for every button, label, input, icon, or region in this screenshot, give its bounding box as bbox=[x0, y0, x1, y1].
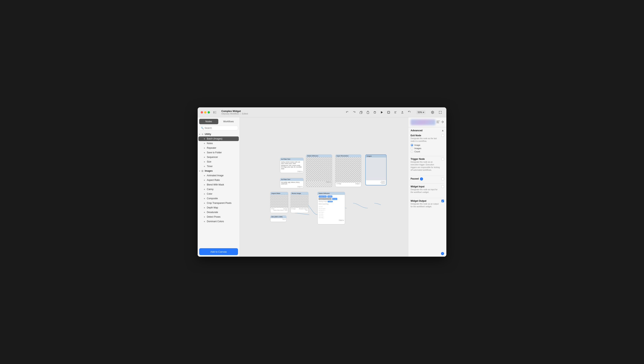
resize-image-node[interactable]: Resize Image ● Image Resized Image ● Siz… bbox=[290, 192, 308, 213]
exit-node-checkbox[interactable] bbox=[442, 134, 444, 137]
sidebar-item-repeater[interactable]: ◈ Repeater bbox=[198, 146, 239, 150]
radio-images-label: Images bbox=[414, 147, 421, 150]
sidebar-item-notes[interactable]: ◈ Notes bbox=[198, 141, 239, 146]
sidebar-item-animated-image[interactable]: ◈ Animated Image bbox=[198, 173, 239, 178]
sidebar-item-canny[interactable]: ◈ Canny bbox=[198, 187, 239, 192]
sidebar-item-aspect-ratio[interactable]: ◈ Aspect Ratio bbox=[198, 178, 239, 182]
tab-workflows[interactable]: Workflows bbox=[219, 119, 238, 124]
sidebar-item-blend-with-mask[interactable]: ◈ Blend With Mask bbox=[198, 182, 239, 187]
utility-icon: ⚙ bbox=[201, 132, 204, 136]
node-icon: ◈ bbox=[203, 138, 206, 140]
search-bar: 🔍 bbox=[199, 126, 238, 130]
svg-rect-0 bbox=[213, 111, 214, 114]
svg-rect-3 bbox=[215, 113, 216, 114]
size-node-header: Size (1024 x 1024) bbox=[270, 216, 286, 218]
sidebar-item-depth-map[interactable]: ◈ Depth Map bbox=[198, 205, 239, 210]
right-panel-scroll: Advanced ▲ Exit Node Designate this node… bbox=[408, 127, 446, 250]
titlebar: Complex Widget Odyssey Workflow — Edited bbox=[198, 107, 446, 117]
images-icon: 🖼 bbox=[201, 169, 204, 172]
widget-output-checkbox[interactable] bbox=[442, 200, 444, 202]
svg-rect-6 bbox=[367, 112, 369, 114]
search-input[interactable] bbox=[204, 127, 236, 129]
plain-text-2-body: low quality, ugly, hideous, blurry, wate… bbox=[280, 181, 304, 188]
copy-button[interactable] bbox=[358, 109, 364, 116]
divider-1 bbox=[410, 156, 444, 156]
images-node[interactable]: Images Image ● Images ● Count ● bbox=[366, 154, 387, 186]
minimize-button[interactable] bbox=[204, 111, 206, 114]
close-button[interactable] bbox=[201, 111, 203, 114]
maximize-button[interactable] bbox=[208, 111, 210, 114]
canvas-area[interactable]: As Plain Text Quirky colorful creature w… bbox=[240, 117, 408, 257]
plain-text-1-body: Quirky colorful creature with cute eyes,… bbox=[280, 160, 304, 173]
paste-button[interactable] bbox=[365, 109, 371, 116]
left-sidebar: Nodes Workflows 🔍 ▾ ⚙ Utility ◈ bbox=[198, 117, 240, 257]
sidebar-item-detect-poses[interactable]: ◈ Detect Poses bbox=[198, 214, 239, 219]
node-icon: ◈ bbox=[203, 151, 206, 154]
sidebar-item-desaturate[interactable]: ◈ Desaturate bbox=[198, 210, 239, 214]
undo-button[interactable] bbox=[344, 109, 350, 116]
sidebar-item-save-to-folder[interactable]: ◈ Save to Folder bbox=[198, 150, 239, 155]
paused-checkbox[interactable] bbox=[442, 178, 444, 180]
super-resolution-node[interactable]: Super Resolution ● ImageImage ● bbox=[336, 154, 362, 187]
sidebar-item-composite[interactable]: ◈ Composite bbox=[198, 196, 239, 201]
section-header-images[interactable]: ▾ 🖼 Images bbox=[198, 168, 240, 173]
aspect-ratio-node[interactable]: Aspect Ratio ● Size ●Image Aspect Ratio … bbox=[270, 192, 288, 213]
sidebar-item-crop[interactable]: ◈ Crop Transparent Pixels bbox=[198, 201, 239, 205]
trigger-node-checkbox[interactable] bbox=[442, 158, 444, 160]
radio-count-button[interactable] bbox=[410, 150, 413, 153]
sidebar-item-color[interactable]: ◈ Color bbox=[198, 192, 239, 196]
fit-button[interactable] bbox=[386, 109, 392, 116]
sidebar-item-sequencer[interactable]: ◈ Sequencer bbox=[198, 155, 239, 160]
svg-marker-7 bbox=[381, 111, 383, 114]
sd-params-header: Stable Diffusion bbox=[318, 192, 345, 195]
trigger-node-desc: Designate this node as an execution trig… bbox=[410, 161, 440, 172]
widget-output-desc: Designate this node as an output for the… bbox=[410, 203, 440, 208]
radio-images-button[interactable] bbox=[410, 147, 413, 150]
sidebar-item-batch-images[interactable]: ◈ Batch (Images) bbox=[198, 136, 239, 141]
sidebar-item-size[interactable]: ◈ Size bbox=[198, 160, 239, 164]
radio-count[interactable]: Count bbox=[410, 150, 444, 153]
sidebar-toggle-button[interactable] bbox=[212, 110, 218, 115]
zoom-control[interactable]: 50% ▾ bbox=[416, 110, 426, 114]
sidebar-item-dominant-colors[interactable]: ◈ Dominant Colors bbox=[198, 219, 239, 224]
expand-arrows-icon[interactable] bbox=[440, 120, 444, 124]
plain-text-node-2[interactable]: As Plain Text low quality, ugly, hideous… bbox=[280, 178, 304, 188]
plain-text-node-1[interactable]: As Plain Text Quirky colorful creature w… bbox=[280, 158, 304, 173]
add-to-canvas-button[interactable]: Add to Canvas bbox=[199, 248, 238, 255]
node-icon: ◈ bbox=[203, 146, 206, 149]
super-resolution-header: Super Resolution bbox=[336, 155, 361, 157]
radio-image-button[interactable] bbox=[410, 144, 413, 146]
collapse-icon[interactable]: ▲ bbox=[442, 129, 444, 132]
settings-icon[interactable] bbox=[436, 120, 440, 124]
workflow-container: As Plain Text Quirky colorful creature w… bbox=[267, 153, 381, 221]
node-icon: ◈ bbox=[203, 202, 206, 204]
paused-info-badge[interactable]: i bbox=[420, 178, 423, 180]
widget-input-group: Widget Input Designate this node as inpu… bbox=[410, 185, 444, 195]
settings-button[interactable] bbox=[430, 109, 436, 116]
refresh-button[interactable] bbox=[406, 109, 412, 116]
redo-button[interactable] bbox=[351, 109, 357, 116]
widget-output-group: Widget Output Designate this node as an … bbox=[410, 200, 444, 209]
bottom-info-badge[interactable]: i bbox=[441, 252, 444, 255]
size-node[interactable]: Size (1024 x 1024) Size ● bbox=[270, 216, 286, 222]
section-header-utility[interactable]: ▾ ⚙ Utility bbox=[198, 132, 240, 136]
toolbar bbox=[344, 109, 412, 116]
align-button[interactable] bbox=[392, 109, 398, 116]
utility-label: Utility bbox=[205, 133, 211, 136]
radio-image[interactable]: Image bbox=[410, 144, 444, 146]
play-button[interactable] bbox=[379, 109, 385, 116]
expand-button[interactable] bbox=[437, 109, 443, 116]
radio-images[interactable]: Images bbox=[410, 147, 444, 150]
tab-nodes[interactable]: Nodes bbox=[199, 119, 218, 124]
search-icon: 🔍 bbox=[201, 127, 204, 129]
share-button[interactable] bbox=[399, 109, 406, 116]
sidebar-item-timer[interactable]: ◈ Timer bbox=[198, 164, 239, 168]
stable-diffusion-node[interactable]: Stable Diffusion Output ● bbox=[306, 154, 332, 187]
sd-params-node[interactable]: Stable Diffusion Prompt (Text) Render Ne… bbox=[318, 192, 345, 224]
widget-preview bbox=[410, 120, 436, 125]
node-icon: ◈ bbox=[203, 183, 206, 186]
widget-input-checkbox[interactable] bbox=[442, 185, 444, 188]
node-icon: ◈ bbox=[203, 220, 206, 223]
delete-button[interactable] bbox=[372, 109, 378, 116]
images-node-header: Images bbox=[366, 155, 386, 158]
